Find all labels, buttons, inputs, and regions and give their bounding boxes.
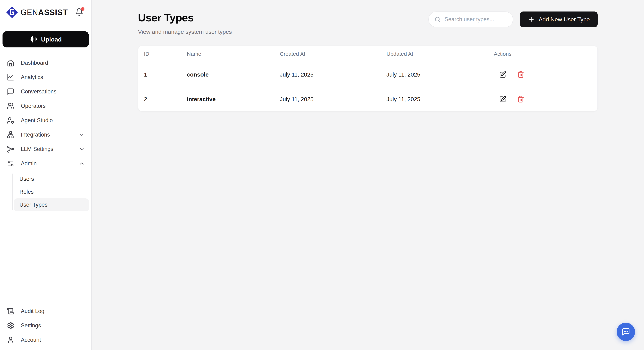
sidebar-nav: Dashboard Analytics Conversations Operat… xyxy=(0,56,91,211)
cell-updated-at: July 11, 2025 xyxy=(386,71,494,78)
sidebar-item-label: Audit Log xyxy=(21,308,44,314)
sidebar-footer: Audit Log Settings Account xyxy=(0,304,91,347)
page-header: User Types View and manage system user t… xyxy=(138,12,598,35)
sidebar-item-conversations[interactable]: Conversations xyxy=(0,84,91,99)
sidebar-item-integrations[interactable]: Integrations xyxy=(0,128,91,142)
search-input[interactable] xyxy=(429,12,513,27)
sidebar-item-operators[interactable]: Operators xyxy=(0,99,91,113)
user-cog-icon xyxy=(7,116,14,124)
cell-id: 1 xyxy=(144,71,187,78)
gear-icon xyxy=(7,322,14,329)
column-header-created-at: Created At xyxy=(280,51,386,57)
delete-button[interactable] xyxy=(517,71,524,78)
sidebar-item-agent-studio[interactable]: Agent Studio xyxy=(0,113,91,128)
sidebar-item-settings[interactable]: Settings xyxy=(0,318,91,333)
user-icon xyxy=(7,336,14,344)
delete-button[interactable] xyxy=(517,96,524,103)
notification-dot xyxy=(81,7,84,11)
cell-created-at: July 11, 2025 xyxy=(280,71,386,78)
table-row: 2 interactive July 11, 2025 July 11, 202… xyxy=(138,87,598,111)
sidebar-item-roles[interactable]: Roles xyxy=(14,186,89,198)
actions-cell xyxy=(494,71,592,78)
scroll-text-icon xyxy=(7,308,14,315)
page-title: User Types xyxy=(138,12,232,24)
table-header-row: ID Name Created At Updated At Actions xyxy=(138,46,598,62)
cell-updated-at: July 11, 2025 xyxy=(386,96,494,102)
admin-submenu: Users Roles User Types xyxy=(12,172,89,211)
sidebar-item-label: LLM Settings xyxy=(21,146,53,152)
sidebar-item-label: Admin xyxy=(21,160,37,167)
brand-logo-icon xyxy=(6,6,18,18)
sidebar-item-user-types[interactable]: User Types xyxy=(14,198,89,211)
search-box xyxy=(428,12,513,27)
edit-button[interactable] xyxy=(499,71,506,78)
sidebar-item-label: Integrations xyxy=(21,132,50,138)
header-controls: Add New User Type xyxy=(428,12,598,27)
message-square-icon xyxy=(7,88,14,96)
upload-button-label: Upload xyxy=(41,36,62,43)
column-header-actions: Actions xyxy=(494,51,592,57)
sidebar-item-analytics[interactable]: Analytics xyxy=(0,70,91,84)
submenu-item-label: Roles xyxy=(20,189,34,195)
column-header-updated-at: Updated At xyxy=(386,51,494,57)
trash-icon xyxy=(517,71,524,78)
sidebar-item-account[interactable]: Account xyxy=(0,333,91,347)
sidebar-item-label: Analytics xyxy=(21,74,43,80)
user-types-table-card: ID Name Created At Updated At Actions 1 … xyxy=(138,46,598,112)
chat-bubble-icon xyxy=(622,328,630,336)
edit-icon xyxy=(499,71,506,78)
cell-name: interactive xyxy=(187,96,280,102)
sidebar-item-dashboard[interactable]: Dashboard xyxy=(0,56,91,70)
submenu-item-label: User Types xyxy=(20,202,48,208)
sidebar: GENASSIST Upload Dashboard Analytics xyxy=(0,0,92,350)
sidebar-item-admin[interactable]: Admin xyxy=(0,156,91,171)
brand-name: GENASSIST xyxy=(20,8,68,17)
chevron-down-icon xyxy=(79,146,85,152)
chat-fab-button[interactable] xyxy=(617,323,635,341)
main-content: User Types View and manage system user t… xyxy=(92,0,644,350)
actions-cell xyxy=(494,96,592,103)
users-icon xyxy=(7,102,14,110)
cell-created-at: July 11, 2025 xyxy=(280,96,386,102)
plus-icon xyxy=(528,16,535,23)
sidebar-item-label: Operators xyxy=(21,103,46,109)
home-icon xyxy=(7,59,14,67)
page-heading-block: User Types View and manage system user t… xyxy=(138,12,232,35)
upload-button[interactable]: Upload xyxy=(2,31,89,48)
edit-button[interactable] xyxy=(499,96,506,103)
cell-name: console xyxy=(187,71,280,78)
chevron-up-icon xyxy=(79,160,85,166)
sidebar-item-users[interactable]: Users xyxy=(14,172,89,186)
audio-waveform-icon xyxy=(30,36,37,43)
table-row: 1 console July 11, 2025 July 11, 2025 xyxy=(138,62,598,87)
sidebar-item-label: Dashboard xyxy=(21,60,48,66)
edit-icon xyxy=(499,96,506,103)
cell-id: 2 xyxy=(144,96,187,102)
sidebar-item-llm-settings[interactable]: LLM Settings xyxy=(0,142,91,156)
trash-icon xyxy=(517,96,524,103)
add-new-user-type-button[interactable]: Add New User Type xyxy=(520,12,598,27)
sidebar-item-label: Conversations xyxy=(21,88,56,95)
search-icon xyxy=(434,16,441,23)
sidebar-item-label: Agent Studio xyxy=(21,117,53,124)
sliders-icon xyxy=(7,160,14,167)
chevron-down-icon xyxy=(79,132,85,138)
notifications-button[interactable] xyxy=(75,8,84,17)
page-subtitle: View and manage system user types xyxy=(138,28,232,35)
submenu-item-label: Users xyxy=(20,176,34,182)
line-chart-icon xyxy=(7,74,14,81)
sidebar-item-audit-log[interactable]: Audit Log xyxy=(0,304,91,318)
add-button-label: Add New User Type xyxy=(539,16,590,23)
sidebar-item-label: Settings xyxy=(21,322,41,329)
network-icon xyxy=(7,131,14,138)
logo-row: GENASSIST xyxy=(0,0,91,18)
waypoints-icon xyxy=(7,145,14,153)
column-header-id: ID xyxy=(144,51,187,57)
sidebar-item-label: Account xyxy=(21,337,41,343)
column-header-name: Name xyxy=(187,51,280,57)
